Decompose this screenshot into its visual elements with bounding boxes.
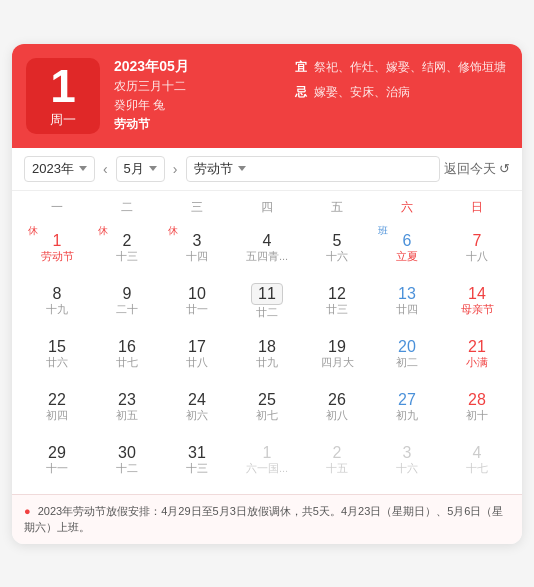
holiday-chevron-icon: [238, 166, 246, 171]
day-number: 9: [123, 286, 132, 302]
day-number: 4: [473, 445, 482, 461]
today-button[interactable]: 返回今天 ↺: [444, 160, 510, 178]
day-lunar: 初五: [116, 410, 138, 421]
header-right-info: 宜 祭祀、作灶、嫁娶、结网、修饰垣塘 忌 嫁娶、安床、治病: [295, 58, 506, 102]
day-cell[interactable]: 12廿三: [302, 275, 372, 327]
day-number: 26: [328, 392, 346, 408]
day-cell[interactable]: 5十六: [302, 222, 372, 274]
header-date-box: 1 周一: [26, 58, 100, 134]
day-cell[interactable]: 9二十: [92, 275, 162, 327]
day-lunar: 十二: [116, 463, 138, 474]
day-cell[interactable]: 7十八: [442, 222, 512, 274]
day-cell[interactable]: 31十三: [162, 434, 232, 486]
day-cell[interactable]: 17廿八: [162, 328, 232, 380]
day-lunar: 劳动节: [41, 251, 74, 262]
day-cell[interactable]: 11廿二: [232, 275, 302, 327]
day-lunar: 六一国...: [246, 463, 288, 474]
day-lunar: 十三: [116, 251, 138, 262]
day-lunar: 五四青...: [246, 251, 288, 262]
day-number: 23: [118, 392, 136, 408]
note-text: 2023年劳动节放假安排：4月29日至5月3日放假调休，共5天。4月23日（星期…: [24, 505, 503, 534]
day-number: 15: [48, 339, 66, 355]
day-number: 22: [48, 392, 66, 408]
year-value: 2023年: [32, 160, 74, 178]
day-lunar: 廿九: [256, 357, 278, 368]
day-lunar: 初八: [326, 410, 348, 421]
weekday-header-cell: 五: [302, 195, 372, 220]
year-chevron-icon: [79, 166, 87, 171]
day-lunar: 廿七: [116, 357, 138, 368]
weekday-header-cell: 日: [442, 195, 512, 220]
calendar-container: 1 周一 2023年05月 农历三月十二 癸卯年 兔 劳动节 宜 祭祀、作灶、嫁…: [12, 44, 522, 544]
holiday-select[interactable]: 劳动节: [186, 156, 441, 182]
day-number: 3: [403, 445, 412, 461]
day-lunar: 十八: [466, 251, 488, 262]
yi-label: 宜: [295, 60, 307, 74]
day-cell[interactable]: 24初六: [162, 381, 232, 433]
day-cell[interactable]: 休2十三: [92, 222, 162, 274]
day-cell[interactable]: 2十五: [302, 434, 372, 486]
header-yi: 宜 祭祀、作灶、嫁娶、结网、修饰垣塘: [295, 58, 506, 77]
day-cell[interactable]: 21小满: [442, 328, 512, 380]
day-badge: 休: [98, 224, 108, 238]
header-info: 2023年05月 农历三月十二 癸卯年 兔 劳动节 宜 祭祀、作灶、嫁娶、结网、…: [114, 58, 506, 133]
day-cell[interactable]: 14母亲节: [442, 275, 512, 327]
day-number: 1: [53, 233, 62, 249]
day-lunar: 十六: [326, 251, 348, 262]
prev-month-button[interactable]: ‹: [99, 159, 112, 179]
day-number: 18: [258, 339, 276, 355]
day-cell[interactable]: 3十六: [372, 434, 442, 486]
day-number: 20: [398, 339, 416, 355]
day-cell[interactable]: 休3十四: [162, 222, 232, 274]
day-lunar: 初六: [186, 410, 208, 421]
ji-items: 嫁娶、安床、治病: [314, 85, 410, 99]
header-day-number: 1: [50, 63, 76, 109]
day-number: 21: [468, 339, 486, 355]
day-number: 29: [48, 445, 66, 461]
day-lunar: 母亲节: [461, 304, 494, 315]
day-cell[interactable]: 13廿四: [372, 275, 442, 327]
next-month-button[interactable]: ›: [169, 159, 182, 179]
day-lunar: 十七: [466, 463, 488, 474]
day-cell[interactable]: 10廿一: [162, 275, 232, 327]
day-number: 17: [188, 339, 206, 355]
day-cell[interactable]: 23初五: [92, 381, 162, 433]
day-cell[interactable]: 25初七: [232, 381, 302, 433]
day-cell[interactable]: 班6立夏: [372, 222, 442, 274]
weekday-header-cell: 三: [162, 195, 232, 220]
day-cell[interactable]: 15廿六: [22, 328, 92, 380]
day-cell[interactable]: 4五四青...: [232, 222, 302, 274]
day-cell[interactable]: 18廿九: [232, 328, 302, 380]
day-cell[interactable]: 27初九: [372, 381, 442, 433]
day-number: 11: [251, 283, 283, 305]
day-cell[interactable]: 16廿七: [92, 328, 162, 380]
day-cell[interactable]: 19四月大: [302, 328, 372, 380]
day-cell[interactable]: 休1劳动节: [22, 222, 92, 274]
day-cell[interactable]: 4十七: [442, 434, 512, 486]
toolbar: 2023年 ‹ 5月 › 劳动节 返回今天 ↺: [12, 148, 522, 191]
month-value: 5月: [124, 160, 144, 178]
day-cell[interactable]: 8十九: [22, 275, 92, 327]
day-cell[interactable]: 1六一国...: [232, 434, 302, 486]
note-dot: ●: [24, 505, 31, 517]
day-number: 12: [328, 286, 346, 302]
header-zodiac: 癸卯年 兔: [114, 97, 189, 114]
day-cell[interactable]: 22初四: [22, 381, 92, 433]
day-lunar: 廿四: [396, 304, 418, 315]
day-cell[interactable]: 28初十: [442, 381, 512, 433]
day-number: 24: [188, 392, 206, 408]
year-select[interactable]: 2023年: [24, 156, 95, 182]
weekday-header-cell: 一: [22, 195, 92, 220]
day-cell[interactable]: 20初二: [372, 328, 442, 380]
day-number: 27: [398, 392, 416, 408]
weekday-header-cell: 四: [232, 195, 302, 220]
day-number: 5: [333, 233, 342, 249]
header-info-top: 2023年05月 农历三月十二 癸卯年 兔 劳动节 宜 祭祀、作灶、嫁娶、结网、…: [114, 58, 506, 133]
month-select[interactable]: 5月: [116, 156, 165, 182]
day-number: 2: [123, 233, 132, 249]
day-cell[interactable]: 30十二: [92, 434, 162, 486]
ji-label: 忌: [295, 85, 307, 99]
day-cell[interactable]: 26初八: [302, 381, 372, 433]
day-number: 28: [468, 392, 486, 408]
day-cell[interactable]: 29十一: [22, 434, 92, 486]
